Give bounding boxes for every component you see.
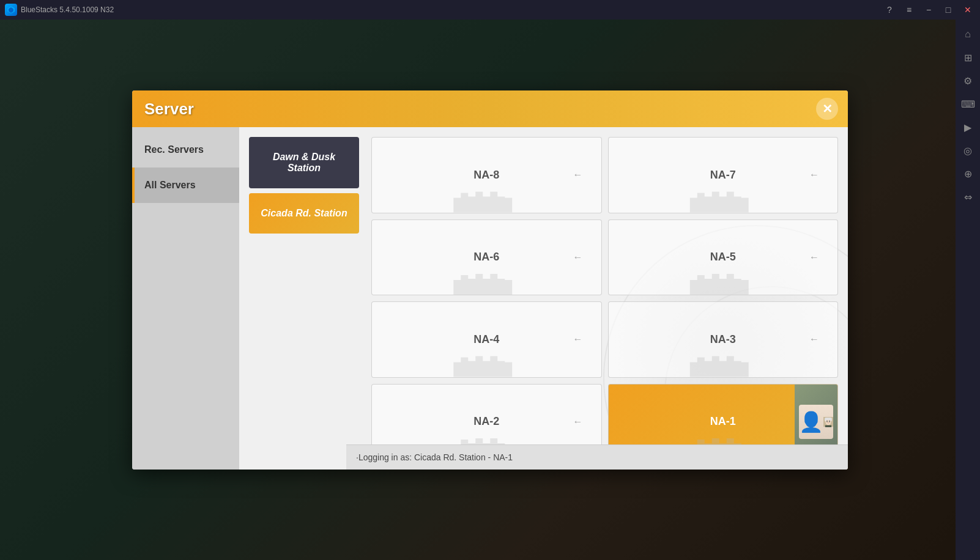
svg-point-9 — [829, 421, 830, 421]
sidebar-settings-icon[interactable]: ◎ — [958, 141, 978, 160]
sidebar-gamepad-icon[interactable]: ⚙ — [958, 71, 978, 90]
server-card-na6[interactable]: NA-6 ← — [371, 219, 602, 296]
minimize-btn[interactable]: − — [921, 2, 936, 17]
server-card-na5[interactable]: NA-5 ← — [608, 219, 839, 296]
sidebar-keyboard-icon[interactable]: ⌨ — [958, 94, 978, 114]
nav-rec-servers[interactable]: Rec. Servers — [132, 132, 239, 168]
bluestacks-topbar: BlueStacks 5.4.50.1009 N32 ? ≡ − □ ✕ — [0, 0, 980, 20]
modal-body: Rec. Servers All Servers Dawn & Dusk Sta… — [132, 127, 848, 470]
server-arrow-na4: ← — [573, 334, 583, 345]
window-controls: ? ≡ − □ ✕ — [882, 2, 975, 17]
sidebar-search-icon[interactable]: ⊕ — [958, 164, 978, 183]
category-dawn-dusk[interactable]: Dawn & Dusk Station — [249, 137, 359, 188]
close-btn[interactable]: ✕ — [960, 2, 975, 17]
category-panel: Dawn & Dusk Station Cicada Rd. Station — [249, 137, 359, 234]
svg-rect-11 — [829, 420, 830, 421]
modal-title: Server — [144, 100, 194, 119]
status-text: ·Logging in as: Cicada Rd. Station - NA-… — [356, 452, 513, 462]
nav-all-servers[interactable]: All Servers — [132, 168, 239, 203]
server-arrow-na8: ← — [573, 169, 583, 180]
sidebar-layers-icon[interactable]: ⊞ — [958, 48, 978, 67]
modal-nav: Rec. Servers All Servers — [132, 127, 239, 470]
server-arrow-na7: ← — [809, 169, 819, 180]
modal-close-button[interactable]: ✕ — [816, 98, 838, 120]
modal-status: ·Logging in as: Cicada Rd. Station - NA-… — [346, 444, 848, 470]
avatar-face — [799, 405, 833, 439]
server-arrow-na6: ← — [573, 252, 583, 263]
svg-rect-12 — [825, 425, 831, 427]
server-card-na7[interactable]: NA-7 ← — [608, 137, 839, 213]
svg-rect-10 — [826, 420, 828, 421]
app-title: BlueStacks 5.4.50.1009 N32 — [21, 6, 114, 14]
sidebar-arrows-icon[interactable]: ⇔ — [958, 187, 978, 207]
server-arrow-na5: ← — [809, 252, 819, 263]
category-cicada-rd[interactable]: Cicada Rd. Station — [249, 193, 359, 234]
server-arrow-na2: ← — [573, 416, 583, 427]
server-content: Dawn & Dusk Station Cicada Rd. Station N… — [239, 127, 848, 470]
menu-btn[interactable]: ≡ — [902, 2, 916, 17]
modal-header: Server ✕ — [132, 90, 848, 127]
bluestacks-logo — [5, 4, 17, 16]
server-card-na8[interactable]: NA-8 ← — [371, 137, 602, 213]
right-sidebar: ⌂ ⊞ ⚙ ⌨ ▶ ◎ ⊕ ⇔ — [956, 20, 980, 560]
sidebar-macro-icon[interactable]: ▶ — [958, 117, 978, 137]
server-modal: Server ✕ Rec. Servers All Servers Dawn &… — [132, 90, 848, 470]
server-arrow-na3: ← — [809, 334, 819, 345]
server-grid: NA-8 ← NA-7 ← NA-6 ← NA-5 ← NA-4 ← — [371, 137, 838, 460]
sidebar-home-icon[interactable]: ⌂ — [958, 24, 978, 44]
help-btn[interactable]: ? — [882, 2, 897, 17]
server-card-na4[interactable]: NA-4 ← — [371, 301, 602, 378]
server-card-na3[interactable]: NA-3 ← — [608, 301, 839, 378]
maximize-btn[interactable]: □ — [941, 2, 956, 17]
svg-rect-5 — [825, 418, 831, 420]
svg-point-8 — [826, 421, 827, 421]
